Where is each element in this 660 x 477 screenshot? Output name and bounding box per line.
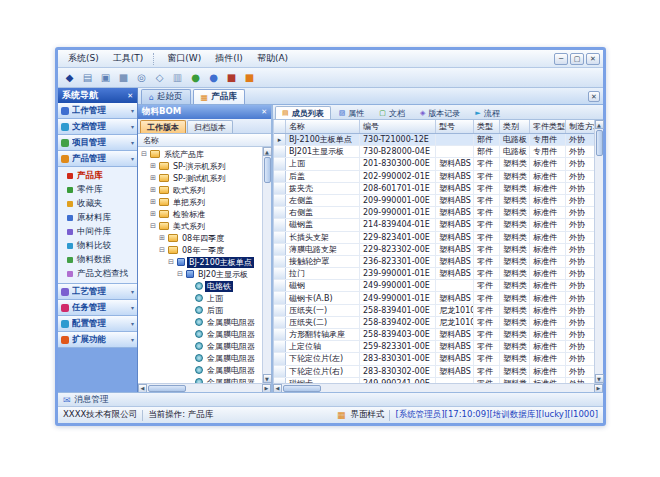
document-tab[interactable]: ▦产品库 (193, 89, 245, 104)
print-icon[interactable]: ▥ (170, 70, 185, 85)
tree-toggle-icon[interactable]: ⊞ (149, 174, 157, 182)
sidebar-section[interactable]: 工艺管理▾ (58, 284, 137, 300)
column-header[interactable]: 零件类型 (530, 120, 566, 133)
open-icon[interactable]: ▣ (98, 70, 113, 85)
settings-icon[interactable]: ● (188, 70, 203, 85)
refresh-icon[interactable]: ◇ (152, 70, 167, 85)
tree-item[interactable]: 金属膜电阻器 (138, 364, 262, 376)
scrollbar-thumb[interactable] (148, 385, 186, 392)
detail-tab[interactable]: ▤成员列表 (275, 106, 331, 119)
tree-toggle-icon[interactable]: ⊞ (149, 210, 157, 218)
table-row[interactable]: 拉门239-990001-01E塑料ABS零件塑料类标准件外协条 (274, 268, 594, 280)
document-tab[interactable]: ⌂起始页 (141, 89, 191, 104)
bom-version-tab[interactable]: 归档版本 (187, 120, 233, 133)
tree-item[interactable]: 金属膜电阻器 (138, 328, 262, 340)
menu-item[interactable]: 系统(S) (61, 50, 106, 67)
table-row[interactable]: 薄膜电路支架229-823302-00E塑料ABS零件塑料类标准件外协条 (274, 244, 594, 256)
sidebar-section[interactable]: 文档管理▾ (58, 119, 137, 135)
sidebar-item[interactable]: 物料数据 (58, 253, 137, 267)
scroll-up-icon[interactable]: ▲ (595, 120, 604, 129)
tree-item[interactable]: ⊟08年一季度 (138, 244, 262, 256)
sidebar-item[interactable]: 物料比较 (58, 239, 137, 253)
tree-item[interactable]: ⊟美式系列 (138, 220, 262, 232)
minimize-button[interactable]: ─ (554, 53, 568, 65)
style-label[interactable]: 界面样式 (350, 409, 384, 421)
tree-toggle-icon[interactable]: ⊞ (149, 162, 157, 170)
table-row[interactable]: 后盖202-990002-01E塑料ABS零件塑料类标准件外协条 (274, 171, 594, 183)
table-row[interactable]: 磁钢249-990001-00E零件塑料类标准件外协条 (274, 280, 594, 292)
tree-vscrollbar[interactable]: ▲ ▼ (262, 147, 271, 383)
table-row[interactable]: 磁钢盖214-839404-01E塑料ABS零件塑料类标准件外协条 (274, 219, 594, 231)
table-row[interactable]: 压纸夹(二)258-839402-00E尼龙1010零件塑料类标准件外协条 (274, 317, 594, 329)
sidebar-item[interactable]: 原材料库 (58, 211, 137, 225)
tree-column-header[interactable]: 名称 (138, 134, 271, 147)
maximize-button[interactable]: ▢ (570, 53, 584, 65)
detail-tab[interactable]: ▢文档 (372, 106, 412, 119)
sidebar-section[interactable]: 项目管理▾ (58, 135, 137, 151)
detail-tab[interactable]: ►流程 (468, 106, 506, 119)
sidebar-close-icon[interactable]: ✕ (127, 92, 133, 100)
table-row[interactable]: 接触轮护罩236-823301-00E塑料ABS零件塑料类标准件外协条 (274, 256, 594, 268)
bom-close-icon[interactable]: ✕ (261, 108, 267, 116)
scrollbar-thumb[interactable] (283, 385, 321, 392)
exit-icon[interactable]: ■ (242, 70, 257, 85)
tree-item[interactable]: ⊞SP-测试机系列 (138, 172, 262, 184)
sidebar-item[interactable]: 收藏夹 (58, 197, 137, 211)
bom-version-tab[interactable]: 工作版本 (140, 120, 186, 133)
table-row[interactable]: ▸BJ-2100主板单点730-T21000-12E部件电路板专用件外协颗 (274, 134, 594, 146)
sidebar-item[interactable]: 零件库 (58, 183, 137, 197)
sidebar-section[interactable]: 任务管理▾ (58, 300, 137, 316)
table-row[interactable]: 下轮定位片(右)283-830302-00E塑料ABS零件塑料类标准件外协条 (274, 366, 594, 378)
menu-item[interactable]: 插件(I) (208, 50, 250, 67)
table-row[interactable]: BJ201主显示板730-B28000-04E部件电路板专用件外协颗 (274, 146, 594, 158)
close-button[interactable]: ✕ (586, 53, 600, 65)
tree-item[interactable]: 上面 (138, 292, 262, 304)
search-icon[interactable]: ◎ (134, 70, 149, 85)
table-row[interactable]: 左侧盖209-990001-00E塑料ABS零件塑料类标准件外协条 (274, 195, 594, 207)
detail-tab[interactable]: ▨属性 (332, 106, 372, 119)
message-bar[interactable]: ✉ 消息管理 (58, 392, 603, 406)
column-header[interactable]: 制造方式 (566, 120, 594, 133)
tab-close-icon[interactable]: ✕ (588, 91, 600, 102)
column-header[interactable]: 编号 (360, 120, 436, 133)
table-row[interactable]: 方形翻转轴承座258-839403-00E塑料ABS零件塑料类标准件外协条 (274, 329, 594, 341)
tree-item[interactable]: ⊞SP-演示机系列 (138, 160, 262, 172)
table-row[interactable]: 拨夹壳208-601701-01E塑料ABS零件塑料类标准件外协条 (274, 183, 594, 195)
table-row[interactable]: 上面201-830300-00E塑料ABS零件塑料类标准件外协条 (274, 158, 594, 170)
save-icon[interactable]: ■ (116, 70, 131, 85)
grid-hscrollbar[interactable]: ◀ ▶ (273, 383, 603, 392)
sidebar-section[interactable]: 产品管理▾ (58, 151, 137, 167)
menu-item[interactable]: 窗口(W) (160, 50, 208, 67)
tree-toggle-icon[interactable]: ⊟ (167, 258, 175, 266)
tree-item[interactable]: ⊟系统产品库 (138, 148, 262, 160)
sidebar-section[interactable]: 配置管理▾ (58, 316, 137, 332)
tree-toggle-icon[interactable]: ⊟ (176, 270, 184, 278)
tree-hscrollbar[interactable]: ◀ ▶ (138, 383, 271, 392)
table-row[interactable]: 右侧盖209-990001-01E塑料ABS零件塑料类标准件外协条 (274, 207, 594, 219)
tree-item[interactable]: 金属膜电阻器 (138, 340, 262, 352)
table-row[interactable]: 磁钢卡(A.B)249-990001-01E塑料ABS零件塑料类标准件外协条 (274, 292, 594, 304)
tree-item[interactable]: 金属膜电阻器 (138, 376, 262, 383)
scroll-down-icon[interactable]: ▼ (263, 374, 272, 383)
tree-toggle-icon[interactable]: ⊟ (140, 150, 148, 158)
tree-item[interactable]: ⊟BJ-2100主板单点 (138, 256, 262, 268)
sidebar-item[interactable]: 产品文档查找 (58, 267, 137, 281)
tree-item[interactable]: ⊞08年四季度 (138, 232, 262, 244)
tree-item[interactable]: ⊞检验标准 (138, 208, 262, 220)
table-row[interactable]: 下轮定位片(左)283-830301-00E塑料ABS零件塑料类标准件外协条 (274, 353, 594, 365)
table-row[interactable]: 长插头支架229-823401-00E塑料ABS零件塑料类标准件外协条 (274, 232, 594, 244)
menu-item[interactable]: 帮助(A) (250, 50, 295, 67)
tree-toggle-icon[interactable]: ⊟ (149, 222, 157, 230)
sidebar-section[interactable]: 工作管理▾ (58, 103, 137, 119)
scroll-down-icon[interactable]: ▼ (595, 374, 604, 383)
tree-item[interactable]: 后面 (138, 304, 262, 316)
scrollbar-thumb[interactable] (264, 157, 271, 183)
tree-item[interactable]: ⊟BJ20主显示板 (138, 268, 262, 280)
new-icon[interactable]: ▤ (80, 70, 95, 85)
column-header[interactable]: 类型 (474, 120, 500, 133)
menu-item[interactable]: 工具(T) (106, 50, 151, 67)
user-icon[interactable]: ● (206, 70, 221, 85)
tree-item[interactable]: 电烙铁 (138, 280, 262, 292)
column-header[interactable]: 类别 (500, 120, 530, 133)
tree-item[interactable]: 金属膜电阻器 (138, 316, 262, 328)
